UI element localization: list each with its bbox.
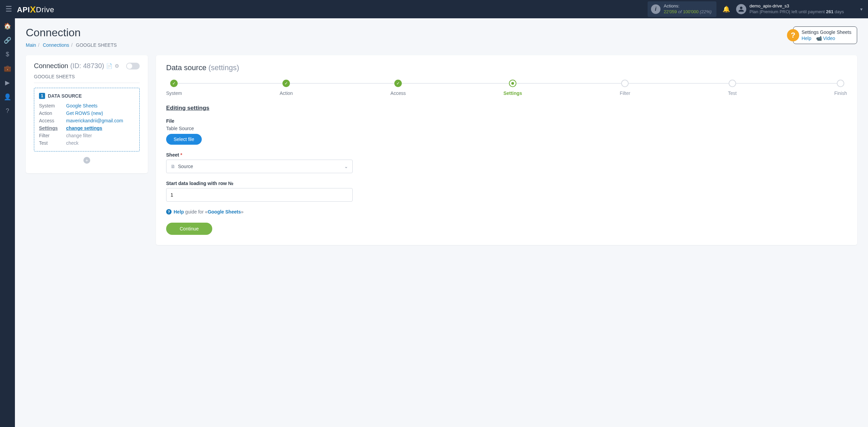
connection-head-label: Connection (34, 62, 68, 70)
user-name: demo_apix-drive_s3 (750, 3, 844, 9)
avatar-icon (736, 4, 746, 14)
briefcase-icon[interactable]: 💼 (4, 65, 11, 72)
step-system[interactable]: ✓System (166, 80, 182, 96)
sheet-select[interactable]: 🗎Source ⌄ (166, 160, 353, 173)
user-menu[interactable]: demo_apix-drive_s3 Plan |Premium PRO| le… (736, 3, 844, 15)
stepper: ✓System ✓Action ✓Access Settings Filter … (166, 80, 847, 96)
file-label: File (166, 118, 847, 124)
logo[interactable]: APIXDrive (17, 4, 54, 15)
data-source-title: DATA SOURCE (48, 93, 82, 99)
camera-icon: 📹 (816, 36, 822, 41)
document-icon: 🗎 (171, 164, 175, 169)
sheet-value: Source (178, 164, 193, 169)
connection-subtitle: GOOGLE SHEETS (34, 74, 140, 83)
connection-id: (ID: 48730) (70, 62, 104, 70)
data-source-num: 1 (39, 93, 45, 99)
bell-icon[interactable]: 🔔 (723, 5, 730, 13)
step-test[interactable]: Test (728, 80, 737, 96)
connection-card: Connection (ID: 48730) 📄 ⚙ GOOGLE SHEETS… (26, 55, 148, 173)
home-icon[interactable]: 🏠 (4, 22, 11, 30)
question-icon[interactable]: ? (787, 29, 799, 41)
row-test-val[interactable]: check (66, 140, 135, 146)
help-small-icon: ? (166, 209, 172, 215)
copy-icon[interactable]: 📄 (106, 63, 113, 69)
video-link[interactable]: Video (823, 36, 835, 41)
start-row-input[interactable] (166, 188, 353, 202)
row-system-val[interactable]: Google Sheets (66, 103, 135, 108)
menu-toggle-icon[interactable]: ☰ (5, 5, 12, 14)
topbar: ☰ APIXDrive i Actions: 22'059 of 100'000… (0, 0, 868, 18)
actions-of: of (678, 9, 682, 14)
crumb-current: GOOGLE SHEETS (76, 42, 117, 48)
gear-icon[interactable]: ⚙ (115, 63, 119, 69)
actions-label: Actions: (664, 3, 712, 9)
file-note: Table Source (166, 126, 847, 131)
step-access[interactable]: ✓Access (391, 80, 406, 96)
continue-button[interactable]: Continue (166, 223, 212, 235)
step-finish[interactable]: Finish (834, 80, 847, 96)
chevron-down-icon: ⌄ (344, 164, 348, 169)
billing-icon[interactable]: $ (6, 51, 9, 58)
row-action-val[interactable]: Get ROWS (new) (66, 110, 135, 116)
row-filter-val[interactable]: change filter (66, 133, 135, 138)
row-test-key: Test (39, 140, 66, 146)
start-row-label: Start data loading with row № (166, 181, 847, 186)
actions-used: 22'059 (664, 9, 677, 14)
logo-api: API (17, 5, 30, 14)
select-file-button[interactable]: Select file (166, 134, 202, 145)
data-source-box: 1 DATA SOURCE System Google Sheets Actio… (34, 88, 140, 151)
main-content: Connection Main/ Connections/ GOOGLE SHE… (15, 18, 868, 427)
row-settings-val[interactable]: change settings (66, 125, 135, 131)
help-icon[interactable]: ? (6, 107, 9, 115)
actions-text: Actions: 22'059 of 100'000 (22%) (664, 3, 712, 15)
connection-toggle[interactable] (126, 63, 140, 69)
connections-icon[interactable]: 🔗 (4, 37, 11, 44)
info-icon: i (651, 4, 660, 14)
logo-drive: Drive (36, 5, 54, 14)
help-guide-line[interactable]: ? Help guide for «Google Sheets» (166, 209, 847, 215)
settings-title: Data source (settings) (166, 63, 847, 72)
step-settings[interactable]: Settings (504, 80, 522, 96)
chevron-down-icon[interactable]: ▾ (860, 6, 863, 12)
help-card: Settings Google Sheets Help 📹Video (793, 26, 857, 44)
row-access-key: Access (39, 118, 66, 123)
settings-card: Data source (settings) ✓System ✓Action ✓… (156, 55, 857, 245)
user-text: demo_apix-drive_s3 Plan |Premium PRO| le… (750, 3, 844, 15)
help-widget: ? Settings Google Sheets Help 📹Video (793, 26, 857, 44)
page-title: Connection (26, 26, 117, 39)
sidebar: 🏠 🔗 $ 💼 ▶ 👤 ? (0, 18, 15, 427)
add-step-button[interactable]: + (83, 157, 90, 164)
actions-percent: (22%) (700, 9, 712, 14)
sheet-label: Sheet * (166, 152, 847, 158)
breadcrumb: Main/ Connections/ GOOGLE SHEETS (26, 42, 117, 48)
required-icon: * (180, 152, 182, 158)
actions-total: 100'000 (683, 9, 698, 14)
help-title: Settings Google Sheets (802, 29, 851, 35)
field-sheet: Sheet * 🗎Source ⌄ (166, 152, 847, 173)
help-link[interactable]: Help (802, 36, 811, 41)
field-file: File Table Source Select file (166, 118, 847, 145)
crumb-connections[interactable]: Connections (43, 42, 69, 48)
row-system-key: System (39, 103, 66, 108)
step-action[interactable]: ✓Action (280, 80, 293, 96)
row-filter-key: Filter (39, 133, 66, 138)
video-icon[interactable]: ▶ (5, 79, 10, 86)
section-editing-settings: Editing settings (166, 105, 847, 111)
row-settings-key: Settings (39, 125, 66, 131)
row-access-val[interactable]: maverickandrii@gmail.com (66, 118, 135, 123)
user-plan: Plan |Premium PRO| left until payment 26… (750, 9, 844, 15)
logo-x-icon: X (30, 4, 36, 15)
field-start-row: Start data loading with row № (166, 181, 847, 202)
row-action-key: Action (39, 110, 66, 116)
step-filter[interactable]: Filter (620, 80, 630, 96)
crumb-main[interactable]: Main (26, 42, 36, 48)
account-icon[interactable]: 👤 (4, 93, 11, 101)
actions-usage[interactable]: i Actions: 22'059 of 100'000 (22%) (648, 1, 716, 17)
